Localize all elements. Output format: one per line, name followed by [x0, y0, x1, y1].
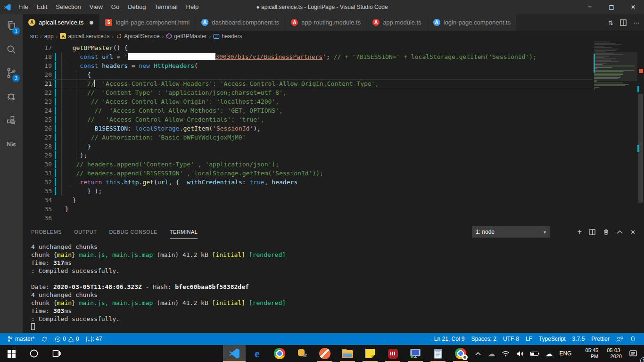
menu-item-help[interactable]: Help	[182, 0, 203, 14]
terminal-selector[interactable]: 1: node ▾	[472, 226, 550, 238]
code-line[interactable]: 30 // headers.append('Content-Type' , 'a…	[23, 160, 592, 169]
minimap-slider[interactable]	[594, 52, 637, 81]
breadcrumb-item-getBPMaster[interactable]: getBPMaster	[166, 33, 206, 40]
code-line[interactable]: 32 return this.http.get(url, { withCrede…	[23, 178, 592, 187]
volume-icon[interactable]	[513, 345, 527, 362]
code-line[interactable]: 20 {	[23, 70, 592, 79]
breadcrumb-item-app[interactable]: app	[44, 33, 54, 40]
code-line[interactable]: 36	[23, 214, 592, 222]
dirty-indicator[interactable]	[90, 21, 93, 25]
taskbar-app-sql-tool[interactable]: ⚒	[291, 345, 314, 362]
menu-item-edit[interactable]: Edit	[33, 0, 51, 14]
taskbar-app-security-client[interactable]	[381, 345, 404, 362]
taskbar-app-edge[interactable]: e	[246, 345, 268, 362]
tab-app.module.ts[interactable]: Aapp.module.ts	[367, 14, 428, 31]
taskbar-app-sticky-notes[interactable]	[359, 345, 381, 362]
menu-item-terminal[interactable]: Terminal	[150, 0, 182, 14]
taskbar-app-vscode[interactable]	[223, 345, 246, 362]
cursor-position[interactable]: Ln 21, Col 9	[431, 333, 468, 345]
tab-login-page.component.html[interactable]: 5login-page.component.html	[99, 14, 196, 31]
activity-item-debug[interactable]	[0, 85, 23, 108]
taskbar-app-remote-desktop[interactable]	[404, 345, 427, 362]
menu-item-file[interactable]: File	[14, 0, 33, 14]
activity-item-nx-console[interactable]: N≳	[0, 132, 23, 156]
minimize-button[interactable]: ─	[579, 0, 601, 14]
more-actions-icon[interactable]: ⋯	[633, 18, 640, 27]
feedback-icon[interactable]	[613, 333, 627, 345]
activity-item-extensions[interactable]	[0, 108, 23, 132]
code-line[interactable]: 34 }	[23, 196, 592, 205]
maximize-panel-icon[interactable]	[617, 230, 623, 234]
breadcrumb-item-headers[interactable]: headers	[213, 33, 242, 40]
code-line[interactable]: 22 // 'Content-Type' : 'application/json…	[23, 88, 592, 97]
open-changes-icon[interactable]: ⇅	[608, 18, 613, 27]
code-line[interactable]: 31 // headers.append('B1SESSION' , local…	[23, 169, 592, 178]
code-line[interactable]: 26 B1SESSION: localStorage.getItem('Sess…	[23, 124, 592, 133]
split-editor-icon[interactable]	[620, 19, 627, 26]
taskbar-task-view-button[interactable]	[45, 345, 68, 362]
code-line[interactable]: 19 const headers = new HttpHeaders(	[23, 61, 592, 70]
tab-login-page.component.ts[interactable]: Alogin-page.component.ts	[428, 14, 517, 31]
clock[interactable]: 05:45 PM05-03-2020	[575, 345, 626, 362]
taskbar-app-chrome[interactable]	[268, 345, 291, 362]
tray-expand-chevron-icon[interactable]	[472, 345, 484, 362]
code-line[interactable]: 18 const url = '30030/b1s/v1/BusinessPar…	[23, 52, 592, 61]
code-line[interactable]: 25 // 'Access-Control-Allow-Credentials'…	[23, 115, 592, 124]
code-editor[interactable]: 17 getBPMaster() {18 const url = '30030/…	[23, 41, 644, 225]
breadcrumb-item-src[interactable]: src	[30, 33, 38, 40]
encoding-setting[interactable]: UTF-8	[500, 333, 522, 345]
close-panel-icon[interactable]: ✕	[630, 228, 636, 236]
bell-icon[interactable]	[627, 333, 639, 345]
wifi-icon[interactable]	[498, 345, 513, 362]
panel-tab-debug-console[interactable]: DEBUG CONSOLE	[109, 225, 157, 239]
overview-ruler[interactable]	[637, 41, 644, 225]
breadcrumb-item-ApicallService[interactable]: ApicallService	[116, 33, 159, 40]
tab-dashboard.component.ts[interactable]: Adashboard.component.ts	[196, 14, 285, 31]
bracket-counter[interactable]: {..}: 47	[83, 333, 106, 345]
split-terminal-icon[interactable]	[589, 229, 595, 235]
cloud-icon[interactable]: ☁	[542, 345, 556, 362]
notification-center-button[interactable]: 1	[626, 345, 644, 362]
language-mode[interactable]: TypeScript	[536, 333, 569, 345]
eol-setting[interactable]: LF	[522, 333, 536, 345]
taskbar-app-file-explorer[interactable]	[336, 345, 359, 362]
git-branch-status[interactable]: master*	[4, 333, 38, 345]
taskbar-cortana-button[interactable]	[23, 345, 45, 362]
panel-tab-terminal[interactable]: TERMINAL	[170, 225, 198, 239]
ts-version[interactable]: 3.7.5	[569, 333, 588, 345]
kill-terminal-icon[interactable]	[603, 229, 609, 235]
language-indicator[interactable]: ENG	[556, 345, 575, 362]
formatter-setting[interactable]: Prettier	[588, 333, 613, 345]
menu-item-go[interactable]: Go	[107, 0, 124, 14]
maximize-button[interactable]: □	[601, 0, 622, 14]
onedrive-icon[interactable]: ☁	[484, 345, 498, 362]
menu-item-selection[interactable]: Selection	[51, 0, 85, 14]
tab-app-routing.module.ts[interactable]: Aapp-routing.module.ts	[285, 14, 367, 31]
code-line[interactable]: 28 }	[23, 142, 592, 151]
menu-item-debug[interactable]: Debug	[124, 0, 150, 14]
taskbar-app-chrome-profile[interactable]	[449, 345, 472, 362]
panel-tab-output[interactable]: OUTPUT	[74, 225, 97, 239]
taskbar-app-postman[interactable]	[314, 345, 336, 362]
code-line[interactable]: 35}	[23, 205, 592, 214]
battery-icon[interactable]	[527, 345, 542, 362]
activity-item-source-control[interactable]: 3	[0, 61, 23, 85]
taskbar-start-button[interactable]	[0, 345, 23, 362]
tab-apicall.service.ts[interactable]: Aapicall.service.ts	[23, 14, 99, 31]
new-terminal-icon[interactable]: +	[578, 228, 582, 236]
sync-changes-button[interactable]	[38, 333, 51, 345]
menu-item-view[interactable]: View	[85, 0, 107, 14]
close-button[interactable]: ✕	[622, 0, 644, 14]
breadcrumb-item-apicall.service.ts[interactable]: Aapicall.service.ts	[60, 33, 109, 40]
code-line[interactable]: 21 // 'Access-Control-Allow-Headers': 'A…	[23, 79, 592, 88]
problems-status[interactable]: 00	[51, 333, 82, 345]
activity-item-search[interactable]	[0, 38, 23, 61]
indent-setting[interactable]: Spaces: 2	[468, 333, 500, 345]
activity-item-explorer[interactable]: 1	[0, 14, 23, 38]
terminal-output[interactable]: 4 unchanged chunkschunk {main} main.js, …	[31, 243, 639, 333]
code-line[interactable]: 29 );	[23, 151, 592, 160]
code-line[interactable]: 23 // 'Access-Control-Allow-Origin': 'lo…	[23, 97, 592, 106]
code-line[interactable]: 27 // Authorization: 'Basic bWFuYWdlcjox…	[23, 133, 592, 142]
code-line[interactable]: 24 // 'Access-Control-Allow-Methods': 'G…	[23, 106, 592, 115]
panel-tab-problems[interactable]: PROBLEMS	[31, 225, 62, 239]
